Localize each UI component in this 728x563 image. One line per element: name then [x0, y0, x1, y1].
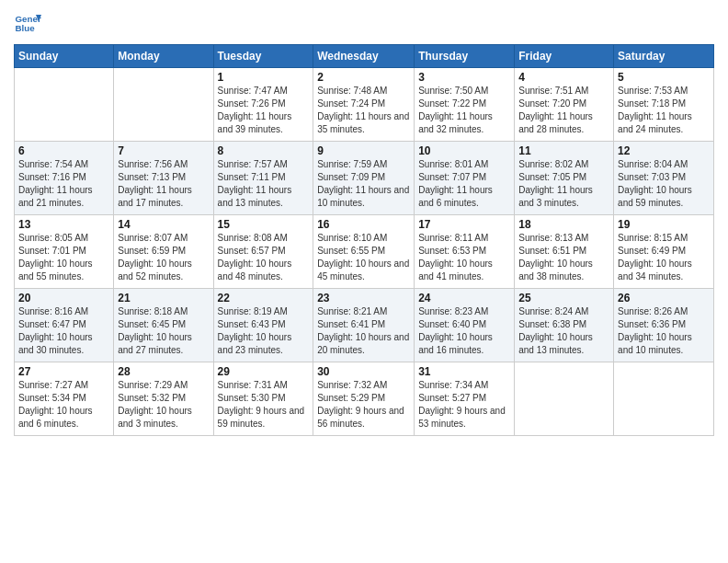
day-info: Sunrise: 7:50 AMSunset: 7:22 PMDaylight:… [418, 85, 510, 136]
day-number: 16 [317, 218, 410, 231]
day-info: Sunrise: 8:07 AMSunset: 6:59 PMDaylight:… [118, 232, 209, 283]
calendar-cell: 20Sunrise: 8:16 AMSunset: 6:47 PMDayligh… [15, 289, 114, 362]
calendar-cell: 3Sunrise: 7:50 AMSunset: 7:22 PMDaylight… [415, 68, 515, 142]
calendar-cell: 28Sunrise: 7:29 AMSunset: 5:32 PMDayligh… [114, 362, 213, 436]
logo: General Blue [14, 9, 45, 37]
day-info: Sunrise: 7:57 AMSunset: 7:11 PMDaylight:… [218, 158, 310, 210]
weekday-header: Saturday [614, 45, 714, 68]
calendar-cell: 11Sunrise: 8:02 AMSunset: 7:05 PMDayligh… [515, 142, 614, 215]
calendar-cell: 26Sunrise: 8:26 AMSunset: 6:36 PMDayligh… [614, 289, 714, 362]
day-info: Sunrise: 7:47 AMSunset: 7:26 PMDaylight:… [218, 85, 310, 136]
weekday-header: Tuesday [213, 45, 313, 68]
day-number: 7 [118, 144, 209, 157]
day-number: 31 [418, 365, 510, 378]
day-number: 12 [618, 144, 710, 157]
day-number: 3 [418, 71, 510, 84]
calendar-cell: 8Sunrise: 7:57 AMSunset: 7:11 PMDaylight… [213, 142, 313, 215]
calendar-cell: 1Sunrise: 7:47 AMSunset: 7:26 PMDaylight… [213, 68, 313, 142]
calendar-cell: 25Sunrise: 8:24 AMSunset: 6:38 PMDayligh… [515, 289, 614, 362]
calendar-cell [614, 362, 714, 436]
day-info: Sunrise: 7:53 AMSunset: 7:18 PMDaylight:… [618, 85, 710, 136]
calendar-cell: 13Sunrise: 8:05 AMSunset: 7:01 PMDayligh… [15, 215, 114, 289]
svg-text:Blue: Blue [16, 23, 36, 33]
day-info: Sunrise: 8:02 AMSunset: 7:05 PMDaylight:… [518, 158, 609, 210]
calendar-cell [515, 362, 614, 436]
day-info: Sunrise: 8:15 AMSunset: 6:49 PMDaylight:… [618, 232, 710, 283]
day-info: Sunrise: 8:26 AMSunset: 6:36 PMDaylight:… [618, 305, 710, 357]
day-info: Sunrise: 7:32 AMSunset: 5:29 PMDaylight:… [317, 379, 410, 431]
calendar-cell: 7Sunrise: 7:56 AMSunset: 7:13 PMDaylight… [114, 142, 213, 215]
calendar-week-row: 27Sunrise: 7:27 AMSunset: 5:34 PMDayligh… [15, 362, 714, 436]
day-number: 26 [618, 292, 710, 304]
day-number: 17 [418, 218, 510, 231]
calendar-cell: 31Sunrise: 7:34 AMSunset: 5:27 PMDayligh… [415, 362, 515, 436]
calendar-cell: 5Sunrise: 7:53 AMSunset: 7:18 PMDaylight… [614, 68, 714, 142]
day-number: 4 [518, 71, 609, 84]
day-info: Sunrise: 8:01 AMSunset: 7:07 PMDaylight:… [418, 158, 510, 210]
day-number: 1 [218, 71, 310, 84]
weekday-header: Wednesday [313, 45, 415, 68]
calendar-cell: 15Sunrise: 8:08 AMSunset: 6:57 PMDayligh… [213, 215, 313, 289]
day-info: Sunrise: 7:51 AMSunset: 7:20 PMDaylight:… [518, 85, 609, 136]
calendar-cell: 27Sunrise: 7:27 AMSunset: 5:34 PMDayligh… [15, 362, 114, 436]
calendar-week-row: 20Sunrise: 8:16 AMSunset: 6:47 PMDayligh… [15, 289, 714, 362]
day-info: Sunrise: 8:04 AMSunset: 7:03 PMDaylight:… [618, 158, 710, 210]
day-number: 15 [218, 218, 310, 231]
calendar-week-row: 6Sunrise: 7:54 AMSunset: 7:16 PMDaylight… [15, 142, 714, 215]
day-number: 6 [18, 144, 109, 157]
day-info: Sunrise: 7:54 AMSunset: 7:16 PMDaylight:… [18, 158, 109, 210]
day-number: 8 [218, 144, 310, 157]
day-number: 24 [418, 292, 510, 304]
day-number: 27 [18, 365, 109, 378]
day-number: 23 [317, 292, 410, 304]
calendar-cell: 10Sunrise: 8:01 AMSunset: 7:07 PMDayligh… [415, 142, 515, 215]
calendar-cell: 18Sunrise: 8:13 AMSunset: 6:51 PMDayligh… [515, 215, 614, 289]
day-info: Sunrise: 8:16 AMSunset: 6:47 PMDaylight:… [18, 305, 109, 357]
day-info: Sunrise: 7:48 AMSunset: 7:24 PMDaylight:… [317, 85, 410, 136]
day-number: 18 [518, 218, 609, 231]
day-number: 5 [618, 71, 710, 84]
day-info: Sunrise: 8:21 AMSunset: 6:41 PMDaylight:… [317, 305, 410, 357]
calendar-cell: 2Sunrise: 7:48 AMSunset: 7:24 PMDaylight… [313, 68, 415, 142]
day-number: 29 [218, 365, 310, 378]
day-number: 22 [218, 292, 310, 304]
day-info: Sunrise: 8:11 AMSunset: 6:53 PMDaylight:… [418, 232, 510, 283]
calendar-cell: 30Sunrise: 7:32 AMSunset: 5:29 PMDayligh… [313, 362, 415, 436]
day-info: Sunrise: 8:10 AMSunset: 6:55 PMDaylight:… [317, 232, 410, 283]
calendar-cell: 23Sunrise: 8:21 AMSunset: 6:41 PMDayligh… [313, 289, 415, 362]
calendar-cell: 16Sunrise: 8:10 AMSunset: 6:55 PMDayligh… [313, 215, 415, 289]
day-number: 20 [18, 292, 109, 304]
day-info: Sunrise: 8:19 AMSunset: 6:43 PMDaylight:… [218, 305, 310, 357]
calendar-cell [15, 68, 114, 142]
weekday-header: Friday [515, 45, 614, 68]
calendar-cell: 4Sunrise: 7:51 AMSunset: 7:20 PMDaylight… [515, 68, 614, 142]
calendar-cell: 19Sunrise: 8:15 AMSunset: 6:49 PMDayligh… [614, 215, 714, 289]
calendar-week-row: 13Sunrise: 8:05 AMSunset: 7:01 PMDayligh… [15, 215, 714, 289]
calendar-cell: 29Sunrise: 7:31 AMSunset: 5:30 PMDayligh… [213, 362, 313, 436]
day-number: 30 [317, 365, 410, 378]
day-info: Sunrise: 7:29 AMSunset: 5:32 PMDaylight:… [118, 379, 209, 431]
day-info: Sunrise: 8:18 AMSunset: 6:45 PMDaylight:… [118, 305, 209, 357]
day-number: 19 [618, 218, 710, 231]
calendar-cell: 22Sunrise: 8:19 AMSunset: 6:43 PMDayligh… [213, 289, 313, 362]
day-info: Sunrise: 7:56 AMSunset: 7:13 PMDaylight:… [118, 158, 209, 210]
day-info: Sunrise: 8:13 AMSunset: 6:51 PMDaylight:… [518, 232, 609, 283]
day-info: Sunrise: 8:23 AMSunset: 6:40 PMDaylight:… [418, 305, 510, 357]
day-number: 11 [518, 144, 609, 157]
calendar-cell: 14Sunrise: 8:07 AMSunset: 6:59 PMDayligh… [114, 215, 213, 289]
weekday-header: Thursday [415, 45, 515, 68]
day-info: Sunrise: 7:31 AMSunset: 5:30 PMDaylight:… [218, 379, 310, 431]
day-info: Sunrise: 7:59 AMSunset: 7:09 PMDaylight:… [317, 158, 410, 210]
calendar-week-row: 1Sunrise: 7:47 AMSunset: 7:26 PMDaylight… [15, 68, 714, 142]
day-info: Sunrise: 7:27 AMSunset: 5:34 PMDaylight:… [18, 379, 109, 431]
day-number: 13 [18, 218, 109, 231]
day-info: Sunrise: 8:08 AMSunset: 6:57 PMDaylight:… [218, 232, 310, 283]
weekday-header: Sunday [15, 45, 114, 68]
day-number: 25 [518, 292, 609, 304]
calendar-cell [114, 68, 213, 142]
calendar-cell: 12Sunrise: 8:04 AMSunset: 7:03 PMDayligh… [614, 142, 714, 215]
calendar-cell: 17Sunrise: 8:11 AMSunset: 6:53 PMDayligh… [415, 215, 515, 289]
day-number: 10 [418, 144, 510, 157]
calendar-cell: 6Sunrise: 7:54 AMSunset: 7:16 PMDaylight… [15, 142, 114, 215]
day-number: 14 [118, 218, 209, 231]
